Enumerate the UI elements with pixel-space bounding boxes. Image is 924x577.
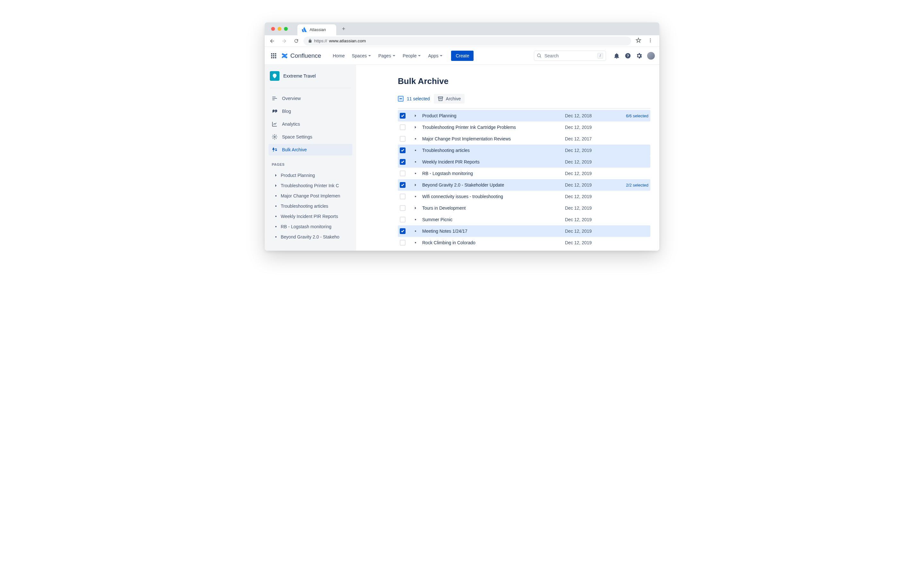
user-avatar[interactable] (647, 52, 655, 60)
archive-icon (272, 147, 278, 153)
browser-tab[interactable]: Atlassian (297, 24, 336, 35)
table-row[interactable]: RB - Logstash monitoringDec 12, 2019 (398, 168, 650, 179)
row-selection-badge: 2/2 selected (616, 183, 648, 187)
bullet-icon (415, 230, 416, 232)
tree-item[interactable]: Weekly Incident PIR Reports (268, 211, 352, 221)
divider (270, 88, 351, 88)
bullet-icon (415, 173, 416, 174)
checkbox[interactable] (400, 124, 405, 130)
checkbox[interactable] (400, 205, 405, 211)
tree-item[interactable]: Troubleshooting Printer Ink C (268, 181, 352, 191)
row-date: Dec 12, 2019 (565, 159, 616, 164)
sidebar-item-blog[interactable]: Blog (268, 105, 352, 117)
bullet-icon (275, 205, 276, 207)
table-row[interactable]: Weekly Incident PIR ReportsDec 12, 2019 (398, 156, 650, 168)
table-row[interactable]: Product PlanningDec 12, 20186/6 selected (398, 110, 650, 121)
tree-item[interactable]: Beyond Gravity 2.0 - Stakeho (268, 232, 352, 242)
checkbox[interactable] (400, 171, 405, 176)
settings-button[interactable] (636, 52, 643, 59)
checkbox[interactable] (400, 113, 405, 119)
tree-item-label: Troubleshooting Printer Ink C (281, 183, 339, 188)
table-row[interactable]: Troubleshooting Printer Ink Cartridge Pr… (398, 121, 650, 133)
checkbox[interactable] (400, 147, 405, 153)
page-tree: Product PlanningTroubleshooting Printer … (268, 170, 352, 242)
svg-point-3 (537, 54, 540, 57)
new-tab-button[interactable]: + (342, 26, 346, 32)
tree-item[interactable]: Troubleshooting articles (268, 201, 352, 211)
app-nav: Confluence Home Spaces Pages People Apps… (265, 47, 659, 65)
notifications-button[interactable] (613, 52, 620, 59)
sidebar-item-overview[interactable]: Overview (268, 93, 352, 104)
checkbox[interactable] (400, 182, 405, 188)
pages-section-label: PAGES (268, 157, 352, 169)
checkbox[interactable] (400, 240, 405, 245)
page-rows: Product PlanningDec 12, 20186/6 selected… (398, 110, 650, 248)
bullet (413, 161, 418, 163)
chevron-right-icon (274, 174, 278, 177)
sidebar-item-bulk-archive[interactable]: Bulk Archive (268, 144, 352, 155)
row-title: RB - Logstash monitoring (422, 171, 565, 176)
browser-menu-button[interactable] (646, 38, 655, 44)
table-row[interactable]: Wifi connectivity issues - troubleshooti… (398, 191, 650, 202)
tree-item[interactable]: Product Planning (268, 170, 352, 181)
checkbox[interactable] (400, 217, 405, 222)
bullet (413, 150, 418, 151)
space-header[interactable]: Exxtreme Travel (268, 71, 352, 85)
confluence-logo[interactable]: Confluence (281, 52, 321, 60)
sidebar-item-settings[interactable]: Space Settings (268, 131, 352, 143)
tree-item[interactable]: RB - Logstash monitoring (268, 221, 352, 232)
expand-toggle[interactable] (413, 206, 418, 210)
selection-count[interactable]: 11 selected (398, 96, 430, 102)
archive-button[interactable]: Archive (434, 94, 465, 103)
confluence-icon (281, 52, 288, 60)
search-placeholder: Search (544, 53, 559, 58)
create-button[interactable]: Create (451, 51, 473, 61)
expand-toggle[interactable] (413, 126, 418, 129)
bookmark-button[interactable] (634, 37, 643, 45)
maximize-window-button[interactable] (284, 27, 288, 31)
table-row[interactable]: Tours in DevelopmentDec 12, 2019 (398, 202, 650, 214)
nav-people[interactable]: People (399, 51, 425, 60)
chevron-right-icon (414, 206, 417, 210)
svg-point-1 (650, 40, 651, 41)
minimize-window-button[interactable] (278, 27, 281, 31)
table-row[interactable]: Major Change Post Implementation Reviews… (398, 133, 650, 145)
checkbox[interactable] (400, 159, 405, 165)
row-date: Dec 12, 2019 (565, 194, 616, 199)
row-title: Troubleshooting Printer Ink Cartridge Pr… (422, 125, 565, 130)
table-row[interactable]: Rock Climbing in ColoradoDec 12, 2019 (398, 237, 650, 248)
row-title: Beyond Gravity 2.0 - Stakeholder Update (422, 182, 565, 187)
nav-icons: ? (613, 52, 655, 60)
tree-item-label: Major Change Post Implemen (281, 193, 340, 198)
expand-toggle[interactable] (413, 114, 418, 117)
expand-toggle[interactable] (413, 183, 418, 187)
back-button[interactable] (267, 37, 277, 45)
checkbox[interactable] (400, 228, 405, 234)
search-input[interactable]: Search / (534, 51, 606, 61)
sidebar-item-analytics[interactable]: Analytics (268, 118, 352, 130)
help-button[interactable]: ? (625, 53, 631, 59)
table-row[interactable]: Beyond Gravity 2.0 - Stakeholder UpdateD… (398, 179, 650, 191)
url-field[interactable]: https:// www.atlassian.com (304, 37, 631, 45)
checkbox[interactable] (400, 193, 405, 199)
table-row[interactable]: Summer PicnicDec 12, 2019 (398, 214, 650, 226)
checkbox[interactable] (400, 136, 405, 142)
close-window-button[interactable] (271, 27, 275, 31)
reload-button[interactable] (292, 37, 301, 45)
nav-pages[interactable]: Pages (375, 51, 399, 60)
tree-item[interactable]: Major Change Post Implemen (268, 191, 352, 201)
nav-spaces[interactable]: Spaces (349, 51, 375, 60)
table-row[interactable]: Meeting Notes 1/24/17Dec 12, 2019 (398, 226, 650, 237)
bullet-icon (415, 242, 416, 243)
forward-button[interactable] (279, 37, 289, 45)
nav-home[interactable]: Home (330, 51, 348, 60)
nav-apps[interactable]: Apps (425, 51, 446, 60)
bullet-icon (275, 195, 276, 197)
row-date: Dec 12, 2019 (565, 171, 616, 176)
url-host: www.atlassian.com (329, 39, 366, 43)
table-row[interactable]: Troubleshooting articlesDec 12, 2019 (398, 145, 650, 156)
bullet (413, 196, 418, 197)
app-switcher-button[interactable] (269, 51, 278, 60)
page-title: Bulk Archive (398, 76, 650, 86)
tree-item-label: RB - Logstash monitoring (281, 224, 331, 229)
